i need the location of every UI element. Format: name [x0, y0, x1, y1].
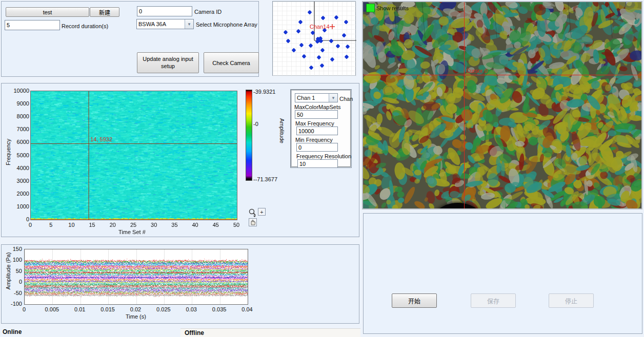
mic-array-plot[interactable]: Chan14	[272, 1, 356, 76]
update-analog-button[interactable]: Update analog input setup	[137, 52, 199, 73]
tick-label: 50	[16, 268, 22, 274]
waveform-xticks: 00.0050.010.0150.020.0250.030.0350.04	[24, 306, 248, 312]
tick-label: 100	[13, 257, 22, 263]
camera-cursor-vline[interactable]	[464, 2, 465, 208]
tick-label: 1000	[17, 203, 29, 209]
max-frequency-input[interactable]: 10000	[296, 127, 338, 135]
chevron-down-icon[interactable]: ▾	[329, 94, 337, 102]
frequency-resolution-label: Frequency Resolution	[296, 153, 351, 159]
chevron-down-icon[interactable]: ▾	[185, 19, 193, 29]
offline-status-label: Offline	[185, 329, 204, 336]
tick-label: 150	[13, 246, 22, 252]
record-duration-label: Record duration(s)	[62, 23, 108, 29]
mic-array-select[interactable]: BSWA 36A ▾	[136, 19, 194, 29]
tick-label: 0.01	[74, 306, 85, 312]
camera-cursor-hline[interactable]	[363, 75, 641, 75]
colorbar-mid-label: -0	[253, 121, 258, 127]
camera-view[interactable]: Cursor 0 Show results	[362, 1, 642, 209]
waveform-panel: Amplitude (Pa) -100-50050100150 00.0050.…	[1, 244, 359, 324]
camera-id-input[interactable]: 0	[137, 6, 192, 16]
tick-label: 15	[89, 222, 95, 228]
waveform-plot[interactable]	[24, 249, 248, 305]
show-results-checkbox[interactable]	[366, 4, 375, 12]
max-frequency-label: Max Frequency	[295, 120, 334, 127]
zoom-tool-icon[interactable]	[248, 208, 257, 217]
colorbar-min-label: --71.3677	[253, 176, 277, 182]
tick-label: 8000	[17, 113, 29, 119]
spectrogram-cursor-label: 14, 5932	[90, 136, 112, 142]
mic-array-value: BSWA 36A	[137, 20, 185, 28]
show-results-label: Show results	[376, 5, 409, 11]
acoustic-overlay-image	[363, 2, 641, 208]
start-button[interactable]: 开始	[392, 293, 437, 308]
offline-status-bar: Offline	[180, 328, 360, 337]
waveform-xlabel: Time (s)	[126, 313, 146, 320]
tick-label: 0	[23, 306, 26, 312]
tick-label: 0.02	[130, 306, 141, 312]
online-status-label: Online	[3, 328, 22, 335]
spectrogram-yticks: 0100020003000400050006000700080009000100…	[9, 91, 29, 219]
mic-array-label: Select Microphone Array	[196, 22, 257, 28]
mic-array-geometry	[273, 2, 356, 76]
tick-label: 40	[192, 222, 198, 228]
colorbar-max-label: -39.9321	[253, 89, 275, 95]
tick-label: 50	[233, 222, 239, 228]
waveform-yticks: -100-50050100150	[6, 249, 22, 304]
tick-label: 0.03	[186, 306, 197, 312]
spectrogram-panel: Frequency 010002000300040005000600070008…	[1, 83, 359, 237]
new-session-button[interactable]: 新建	[90, 7, 119, 17]
tick-label: 0.005	[45, 306, 59, 312]
tick-label: 0.04	[242, 306, 252, 312]
tick-label: 3000	[17, 178, 29, 184]
stop-button[interactable]: 停止	[549, 293, 594, 308]
control-panel: 开始 保存 停止	[363, 213, 642, 334]
session-name-button[interactable]: test	[6, 7, 89, 17]
tick-label: 2000	[17, 191, 29, 197]
tick-label: -100	[11, 301, 22, 307]
channel-select-label: Chan	[339, 96, 353, 102]
tick-label: 7000	[17, 126, 29, 132]
graph-tools: +	[248, 207, 267, 227]
tick-label: -50	[14, 290, 22, 296]
max-colormap-input[interactable]: 50	[295, 110, 338, 119]
spectrogram-xlabel: Time Set #	[118, 229, 146, 235]
tick-label: 0	[29, 222, 32, 228]
min-frequency-input[interactable]: 0	[296, 143, 338, 152]
spectrogram-plot[interactable]: 14, 5932	[30, 91, 237, 220]
check-camera-button[interactable]: Check Camera	[204, 52, 259, 73]
tick-label: 25	[130, 222, 136, 228]
max-colormap-label: MaxColorMapSets	[294, 104, 340, 110]
tick-label: 0.015	[100, 306, 115, 312]
spectrogram-xticks: 05101520253035404550	[30, 222, 237, 228]
tick-label: 6000	[17, 139, 29, 145]
channel-select[interactable]: Chan 1 ▾	[295, 93, 338, 102]
tick-label: 30	[151, 222, 157, 228]
tick-label: 4000	[17, 165, 29, 171]
tick-label: 20	[110, 222, 116, 228]
camera-cursor-label: Cursor 0	[466, 68, 488, 74]
record-duration-input[interactable]: 5	[5, 20, 60, 30]
tick-label: 5	[49, 222, 52, 228]
channel-select-value: Chan 1	[295, 94, 329, 101]
colorbar	[246, 90, 252, 181]
tick-label: 10000	[13, 88, 29, 94]
colorbar-title: Amplitude	[279, 118, 285, 143]
channel-settings-panel: Chan 1 ▾ Chan MaxColorMapSets 50 Max Fre…	[291, 90, 351, 167]
tick-label: 35	[171, 222, 177, 228]
camera-id-label: Camera ID	[194, 9, 222, 15]
tick-label: 0	[19, 279, 22, 285]
setup-panel: test 新建 5 Record duration(s) 0 Camera ID…	[1, 1, 259, 77]
tick-label: 10	[68, 222, 74, 228]
frequency-resolution-input[interactable]: 10	[297, 159, 338, 168]
tick-label: 5000	[17, 152, 29, 158]
pan-tool-icon[interactable]	[249, 218, 257, 226]
tick-label: 0.035	[212, 306, 227, 312]
min-frequency-label: Min Frequency	[295, 137, 333, 143]
tick-label: 45	[213, 222, 219, 228]
save-button[interactable]: 保存	[471, 293, 516, 308]
tick-label: 0.025	[156, 306, 171, 312]
tick-label: 9000	[17, 100, 29, 107]
mic-cursor-label: Chan14	[310, 24, 330, 30]
cursor-tool-icon[interactable]: +	[258, 208, 266, 216]
